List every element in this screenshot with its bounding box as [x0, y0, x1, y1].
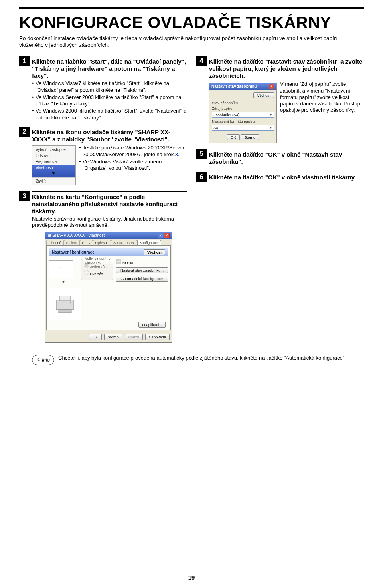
defaults-button[interactable]: Výchozí [253, 92, 274, 98]
tab-general[interactable]: Obecné [46, 240, 64, 245]
right-column: 4 Klikněte na tlačítko "Nastavit stav zá… [196, 56, 364, 349]
help-button[interactable]: Nápověda [145, 334, 170, 340]
tray-state-label: Stav zásobníku [212, 101, 274, 105]
step-bullet: Ve Windows 2000 klikněte na tlačítko "St… [32, 108, 187, 121]
top-thin-rule [19, 10, 364, 10]
step-text: Nastavte správnou konfiguraci tiskárny. … [32, 216, 187, 229]
step-number: 3 [19, 191, 30, 201]
tray-dialog-titlebar: Nastavit stav zásobníku × [209, 83, 276, 90]
paper-format-select[interactable]: A4▼ [212, 125, 274, 131]
left-column: 1 Klikněte na tlačítko "Start", dále na … [19, 56, 187, 349]
step-bullet: Jestliže používáte Windows 2000/XP/Serve… [79, 145, 187, 158]
printer-drawing-icon [53, 292, 77, 316]
properties-dialog: 🖶 SHARP XX-XXXX - Vlastnosti ? × Obecné … [45, 232, 172, 343]
arrow-down-icon: ▼ [49, 280, 78, 284]
page-number: - 19 - [0, 574, 383, 581]
cancel-button[interactable]: Storno [104, 334, 122, 340]
printer-preview [49, 288, 81, 320]
ctx-create-shortcut[interactable]: Vytvořit zástupce [32, 147, 75, 153]
step-bullet: Ve Windows Vista/7 klikněte na tlačítko … [32, 80, 187, 93]
step-number: 1 [19, 56, 30, 66]
step-rule [32, 127, 187, 127]
step-rule [32, 191, 187, 192]
step-text: V menu "Zdroj papíru" zvolte zásobník a … [280, 81, 364, 143]
pencil-icon: ✎ [36, 357, 41, 364]
cursor-icon: ➤ [51, 169, 57, 177]
auto-config-button[interactable]: Automatická konfigurace [116, 276, 168, 282]
defaults-button[interactable]: Výchozí [144, 249, 165, 255]
ctx-close[interactable]: Zavřít [32, 177, 75, 184]
page-title: KONFIGURACE OVLADAČE TISKÁRNY [19, 14, 364, 31]
config-panel: Nastavení konfigurace Výchozí 1 ▼ [46, 245, 171, 330]
dialog-title-label: SHARP XX-XXXX - Vlastnosti [53, 233, 106, 238]
two-column-layout: 1 Klikněte na tlačítko "Start", dále na … [19, 56, 364, 349]
ropm-checkbox[interactable]: ROPM [116, 259, 168, 265]
tab-configuration[interactable]: Konfigurace [137, 240, 161, 245]
step-heading: Klikněte na tlačítko "OK" v okně vlastno… [209, 174, 364, 181]
printer-icon: 🖶 [47, 233, 51, 238]
panel-title: Nastavení konfigurace [52, 250, 95, 254]
close-button-icon[interactable]: × [164, 233, 170, 238]
svg-rect-0 [56, 300, 74, 310]
svg-rect-1 [59, 296, 71, 301]
info-pill: ✎ Info [32, 355, 54, 365]
step-rule [209, 172, 364, 173]
step-rule [32, 56, 187, 57]
panel-header: Nastavení konfigurace Výchozí [49, 248, 168, 256]
step-number: 2 [19, 127, 30, 137]
tab-color[interactable]: Správa barev [111, 240, 137, 245]
context-menu: Vytvořit zástupce Odstranit Přejmenovat … [32, 145, 76, 185]
chevron-down-icon: ▼ [269, 113, 272, 117]
info-text: Chcete-li, aby byla konfigurace proveden… [58, 355, 346, 365]
tray-status-dialog: Nastavit stav zásobníku × Výchozí Stav z… [209, 83, 277, 143]
tab-ports[interactable]: Porty [80, 240, 93, 245]
close-icon[interactable]: × [269, 84, 274, 89]
tray-dialog-title: Nastavit stav zásobníku [211, 84, 257, 89]
ctx-delete[interactable]: Odstranit [32, 153, 75, 159]
step-number: 5 [196, 149, 207, 159]
paper-source-label: Zdroj papíru: [212, 106, 244, 111]
step-1: 1 Klikněte na tlačítko "Start", dále na … [19, 56, 187, 121]
help-button-icon[interactable]: ? [158, 233, 163, 238]
dialog-titlebar: 🖶 SHARP XX-XXXX - Vlastnosti ? × [45, 232, 172, 239]
ctx-properties-label: Vlastnosti [36, 165, 53, 170]
top-thick-rule [19, 7, 364, 9]
ok-button[interactable]: OK [89, 334, 102, 340]
tab-strip: Obecné Sdílení Porty Upřesnit Správa bar… [45, 239, 172, 245]
step-heading: Klikněte na tlačítko "Nastavit stav záso… [209, 58, 364, 79]
step-bullet: Ve Windows Vista/7 zvolte z menu "Organi… [79, 159, 187, 172]
step-heading: Klikněte na tlačítko "OK" v okně "Nastav… [209, 151, 364, 165]
chevron-down-icon: ▼ [269, 126, 272, 129]
dialog-title-text: 🖶 SHARP XX-XXXX - Vlastnosti [47, 233, 105, 238]
intro-paragraph: Po dokončení instalace ovladače tiskárny… [19, 35, 364, 49]
svg-point-3 [70, 302, 71, 303]
ctx-properties[interactable]: Vlastnosti ➤ [32, 165, 75, 177]
step-heading: Klikněte na ikonu ovladače tiskárny "SHA… [32, 129, 187, 143]
step-rule [209, 56, 364, 57]
ctx-rename[interactable]: Přejmenovat [32, 159, 75, 165]
paper-source-select[interactable]: Zásobník1 (A4)▼ [212, 112, 274, 118]
tab-advanced[interactable]: Upřesnit [93, 240, 111, 245]
tray-count-display: 1 [49, 260, 73, 278]
step-heading: Klikněte na kartu "Konfigurace" a podle … [32, 193, 187, 215]
step-4: 4 Klikněte na tlačítko "Nastavit stav zá… [196, 56, 364, 143]
apply-button[interactable]: Použít [125, 334, 143, 340]
step-heading: Klikněte na tlačítko "Start", dále na "O… [32, 58, 187, 79]
set-tray-status-button[interactable]: Nastavit stav zásobníku... [116, 267, 168, 273]
ok-button[interactable]: OK [227, 134, 240, 140]
radio-two-tray[interactable]: Dva zás. [84, 270, 110, 276]
svg-rect-2 [59, 310, 71, 313]
bullet-dot: . [178, 151, 180, 157]
about-button[interactable]: O aplikaci... [138, 322, 166, 328]
link-step-3[interactable]: 3 [175, 151, 178, 157]
tab-sharing[interactable]: Sdílení [64, 240, 80, 245]
paper-format-label: Nastavení formátu papíru: [212, 119, 256, 123]
step-6: 6 Klikněte na tlačítko "OK" v okně vlast… [196, 172, 364, 182]
step-bullet: Ve Windows Server 2003 klikněte na tlačí… [32, 94, 187, 107]
group-title: Volby vstupního zásobníku [84, 256, 113, 264]
info-label: Info [42, 357, 50, 363]
info-note: ✎ Info Chcete-li, aby byla konfigurace p… [32, 355, 364, 365]
bullet-text-a: Jestliže používáte Windows 2000/XP/Serve… [83, 145, 184, 157]
step-5: 5 Klikněte na tlačítko "OK" v okně "Nast… [196, 149, 364, 166]
cancel-button[interactable]: Storno [241, 134, 259, 140]
